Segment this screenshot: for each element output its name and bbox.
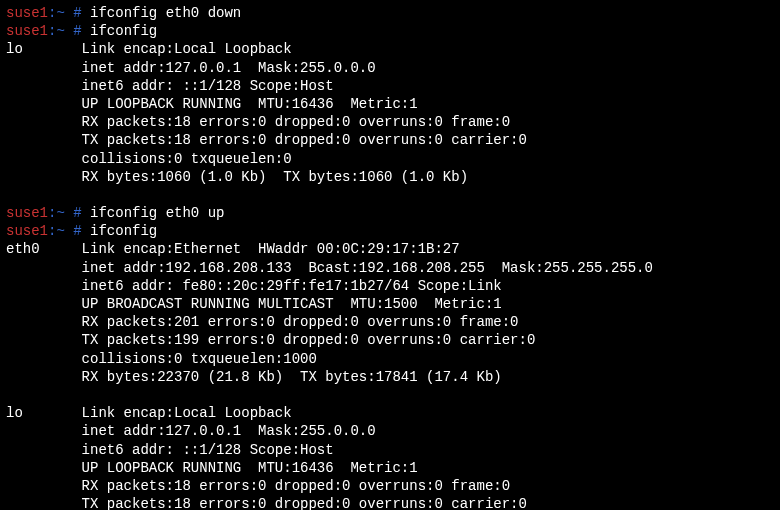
lo-block-2-line: TX packets:18 errors:0 dropped:0 overrun… bbox=[6, 495, 774, 510]
prompt-path: :~ # bbox=[48, 5, 82, 21]
prompt-line-4[interactable]: suse1:~ # ifconfig bbox=[6, 222, 774, 240]
command-ifconfig-2: ifconfig bbox=[90, 223, 157, 239]
blank-line bbox=[6, 386, 774, 404]
lo-block-2-line: inet6 addr: ::1/128 Scope:Host bbox=[6, 441, 774, 459]
command-eth0-up: ifconfig eth0 up bbox=[90, 205, 224, 221]
eth0-block-line: RX bytes:22370 (21.8 Kb) TX bytes:17841 … bbox=[6, 368, 774, 386]
lo-block-1-line: RX packets:18 errors:0 dropped:0 overrun… bbox=[6, 113, 774, 131]
lo1-inet6: inet6 addr: ::1/128 Scope:Host bbox=[82, 78, 334, 94]
lo1-bytes: RX bytes:1060 (1.0 Kb) TX bytes:1060 (1.… bbox=[82, 169, 468, 185]
prompt-line-1[interactable]: suse1:~ # ifconfig eth0 down bbox=[6, 4, 774, 22]
lo-block-1-line: inet6 addr: ::1/128 Scope:Host bbox=[6, 77, 774, 95]
prompt-path: :~ # bbox=[48, 23, 82, 39]
eth0-block-line: eth0Link encap:Ethernet HWaddr 00:0C:29:… bbox=[6, 240, 774, 258]
lo1-flags: UP LOOPBACK RUNNING MTU:16436 Metric:1 bbox=[82, 96, 418, 112]
eth0-rx: RX packets:201 errors:0 dropped:0 overru… bbox=[82, 314, 519, 330]
eth0-inet: inet addr:192.168.208.133 Bcast:192.168.… bbox=[82, 260, 653, 276]
lo-block-2-line: loLink encap:Local Loopback bbox=[6, 404, 774, 422]
prompt-path: :~ # bbox=[48, 223, 82, 239]
prompt-host: suse1 bbox=[6, 223, 48, 239]
eth0-bytes: RX bytes:22370 (21.8 Kb) TX bytes:17841 … bbox=[82, 369, 502, 385]
eth0-tx: TX packets:199 errors:0 dropped:0 overru… bbox=[82, 332, 536, 348]
prompt-line-3[interactable]: suse1:~ # ifconfig eth0 up bbox=[6, 204, 774, 222]
lo-block-2-line: RX packets:18 errors:0 dropped:0 overrun… bbox=[6, 477, 774, 495]
eth0-block-line: inet6 addr: fe80::20c:29ff:fe17:1b27/64 … bbox=[6, 277, 774, 295]
eth0-block-line: RX packets:201 errors:0 dropped:0 overru… bbox=[6, 313, 774, 331]
blank-line bbox=[6, 186, 774, 204]
prompt-host: suse1 bbox=[6, 23, 48, 39]
eth0-linkencap: Link encap:Ethernet HWaddr 00:0C:29:17:1… bbox=[82, 241, 460, 257]
eth0-block-line: UP BROADCAST RUNNING MULTICAST MTU:1500 … bbox=[6, 295, 774, 313]
lo-block-1-line: loLink encap:Local Loopback bbox=[6, 40, 774, 58]
command-ifconfig-1: ifconfig bbox=[90, 23, 157, 39]
lo2-linkencap: Link encap:Local Loopback bbox=[82, 405, 292, 421]
lo-block-1-line: RX bytes:1060 (1.0 Kb) TX bytes:1060 (1.… bbox=[6, 168, 774, 186]
lo1-tx: TX packets:18 errors:0 dropped:0 overrun… bbox=[82, 132, 527, 148]
eth0-coll: collisions:0 txqueuelen:1000 bbox=[82, 351, 317, 367]
lo1-inet: inet addr:127.0.0.1 Mask:255.0.0.0 bbox=[82, 60, 376, 76]
lo2-inet: inet addr:127.0.0.1 Mask:255.0.0.0 bbox=[82, 423, 376, 439]
lo-block-2-line: inet addr:127.0.0.1 Mask:255.0.0.0 bbox=[6, 422, 774, 440]
eth0-inet6: inet6 addr: fe80::20c:29ff:fe17:1b27/64 … bbox=[82, 278, 502, 294]
eth0-block-line: TX packets:199 errors:0 dropped:0 overru… bbox=[6, 331, 774, 349]
lo1-rx: RX packets:18 errors:0 dropped:0 overrun… bbox=[82, 114, 510, 130]
lo2-flags: UP LOOPBACK RUNNING MTU:16436 Metric:1 bbox=[82, 460, 418, 476]
lo-block-1-line: UP LOOPBACK RUNNING MTU:16436 Metric:1 bbox=[6, 95, 774, 113]
lo-block-1-line: collisions:0 txqueuelen:0 bbox=[6, 150, 774, 168]
lo1-linkencap: Link encap:Local Loopback bbox=[82, 41, 292, 57]
lo-block-2-line: UP LOOPBACK RUNNING MTU:16436 Metric:1 bbox=[6, 459, 774, 477]
lo2-inet6: inet6 addr: ::1/128 Scope:Host bbox=[82, 442, 334, 458]
lo2-tx: TX packets:18 errors:0 dropped:0 overrun… bbox=[82, 496, 527, 510]
prompt-host: suse1 bbox=[6, 205, 48, 221]
eth0-block-line: inet addr:192.168.208.133 Bcast:192.168.… bbox=[6, 259, 774, 277]
lo-block-1-line: inet addr:127.0.0.1 Mask:255.0.0.0 bbox=[6, 59, 774, 77]
eth0-block-line: collisions:0 txqueuelen:1000 bbox=[6, 350, 774, 368]
iface-lo: lo bbox=[6, 40, 82, 58]
lo1-coll: collisions:0 txqueuelen:0 bbox=[82, 151, 292, 167]
prompt-line-2[interactable]: suse1:~ # ifconfig bbox=[6, 22, 774, 40]
prompt-path: :~ # bbox=[48, 205, 82, 221]
iface-lo: lo bbox=[6, 404, 82, 422]
lo-block-1-line: TX packets:18 errors:0 dropped:0 overrun… bbox=[6, 131, 774, 149]
eth0-flags: UP BROADCAST RUNNING MULTICAST MTU:1500 … bbox=[82, 296, 502, 312]
prompt-host: suse1 bbox=[6, 5, 48, 21]
lo2-rx: RX packets:18 errors:0 dropped:0 overrun… bbox=[82, 478, 510, 494]
iface-eth0: eth0 bbox=[6, 240, 82, 258]
command-eth0-down: ifconfig eth0 down bbox=[90, 5, 241, 21]
